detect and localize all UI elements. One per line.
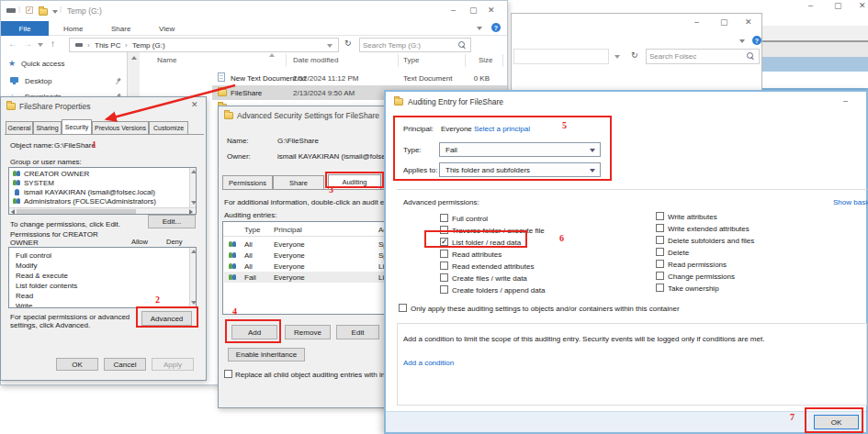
column-header-date[interactable]: Date modified <box>293 56 338 64</box>
permission-item[interactable]: List folder contents <box>16 282 77 290</box>
checkbox-read-permissions[interactable] <box>656 260 664 268</box>
close-icon[interactable]: ✕ <box>859 2 866 10</box>
scroll-up-icon[interactable] <box>131 56 137 60</box>
tab-customize[interactable]: Customize <box>149 121 188 134</box>
checkbox-traverse-folder[interactable] <box>440 226 448 234</box>
search-icon[interactable] <box>747 52 755 61</box>
advanced-button[interactable]: Advanced <box>141 311 192 326</box>
group-list-item[interactable]: SYSTEM <box>24 179 54 187</box>
search-icon[interactable] <box>458 41 467 50</box>
quick-access-dropdown-icon[interactable] <box>52 10 58 14</box>
history-dropdown-icon[interactable] <box>38 43 43 47</box>
tab-share[interactable]: Share <box>273 175 324 189</box>
checkbox-delete[interactable] <box>656 248 664 256</box>
address-dropdown-icon[interactable] <box>327 44 333 48</box>
tab-sharing[interactable]: Sharing <box>33 121 62 134</box>
checkbox-create-folders-append-data[interactable] <box>440 285 448 294</box>
checkbox-full-control[interactable] <box>440 214 448 222</box>
sidebar-item-desktop[interactable]: Desktop <box>25 77 51 85</box>
checkbox-read-extended-attributes[interactable] <box>440 262 448 270</box>
group-list-hscrollbar[interactable] <box>9 207 197 215</box>
breadcrumb-this-pc[interactable]: This PC <box>95 41 120 50</box>
permission-item[interactable]: Read <box>16 292 33 300</box>
checkbox-write-attributes[interactable] <box>656 212 664 220</box>
breadcrumb-folder[interactable]: Temp (G:) <box>132 41 165 50</box>
ok-button[interactable]: OK <box>814 415 859 429</box>
quick-access-toolbar-icon[interactable] <box>26 6 33 14</box>
remove-button[interactable]: Remove <box>285 325 331 339</box>
minimize-icon[interactable]: – <box>451 6 456 15</box>
group-user-listbox[interactable]: CREATOR OWNER SYSTEM ismail KAYAKIRAN (i… <box>8 167 197 215</box>
folder-icon[interactable] <box>39 8 48 16</box>
column-header-type[interactable]: Type <box>403 56 419 64</box>
close-icon[interactable]: ✕ <box>745 18 752 27</box>
checkbox-write-extended-attributes[interactable] <box>656 224 664 232</box>
edit-button[interactable]: Edit <box>336 325 379 339</box>
column-header-name[interactable]: Name <box>157 56 176 64</box>
forward-icon[interactable]: → <box>23 39 32 49</box>
tab-auditing[interactable]: Auditing <box>328 174 381 189</box>
close-icon[interactable]: ✕ <box>191 101 198 109</box>
minimize-icon[interactable]: – <box>808 2 813 10</box>
ok-button[interactable]: OK <box>56 358 98 371</box>
permission-item[interactable]: Read & execute <box>16 272 68 280</box>
file-row[interactable]: New Text Document.txt 2/12/2024 11:12 PM… <box>141 71 507 85</box>
group-list-item[interactable]: ismail KAYAKIRAN (ismail@folsec.local) <box>24 188 155 196</box>
address-bar[interactable] <box>513 49 609 64</box>
cancel-button[interactable]: Cancel <box>104 358 146 371</box>
tab-security[interactable]: Security <box>62 119 92 134</box>
sidebar-item-quick-access[interactable]: Quick access <box>21 60 65 68</box>
column-header-type[interactable]: Type <box>244 226 260 234</box>
select-principal-link[interactable]: Select a principal <box>474 125 530 133</box>
checkbox-list-folder-read-data[interactable] <box>440 238 448 246</box>
show-basic-permissions-link[interactable]: Show basic permissions <box>833 198 868 206</box>
up-icon[interactable]: ↑ <box>51 39 55 49</box>
permission-item[interactable]: Write <box>16 302 33 308</box>
restore-icon[interactable]: ▢ <box>834 2 842 10</box>
checkbox-read-attributes[interactable] <box>440 250 448 258</box>
group-list-vscrollbar[interactable] <box>189 168 197 207</box>
maximize-icon[interactable]: ▢ <box>720 18 728 27</box>
permissions-vscrollbar[interactable] <box>189 248 197 307</box>
tab-share[interactable]: Share <box>111 25 130 33</box>
applies-to-dropdown[interactable]: This folder and subfolders <box>439 162 601 177</box>
ribbon-collapse-icon[interactable] <box>739 39 745 43</box>
minimize-icon[interactable]: – <box>694 18 699 27</box>
help-icon[interactable]: ? <box>491 23 501 32</box>
help-icon[interactable]: ? <box>752 36 761 45</box>
tab-home[interactable]: Home <box>63 25 83 33</box>
address-dropdown-icon[interactable] <box>614 55 620 59</box>
edit-button[interactable]: Edit... <box>148 215 196 228</box>
column-header-principal[interactable]: Principal <box>274 226 302 234</box>
permissions-listbox[interactable]: Full control Modify Read & execute List … <box>8 247 197 308</box>
tab-view[interactable]: View <box>159 25 175 33</box>
tab-file[interactable]: File <box>1 21 49 36</box>
permission-item[interactable]: Modify <box>16 262 38 270</box>
maximize-icon[interactable]: ▢ <box>469 6 478 15</box>
tab-previous-versions[interactable]: Previous Versions <box>92 121 149 134</box>
ribbon-collapse-icon[interactable] <box>477 27 482 30</box>
checkbox-create-files-write-data[interactable] <box>440 273 448 282</box>
refresh-icon[interactable]: ↻ <box>631 50 638 60</box>
group-list-item[interactable]: CREATOR OWNER <box>24 170 89 178</box>
add-button[interactable]: Add <box>231 325 277 339</box>
search-input[interactable] <box>359 38 471 52</box>
refresh-icon[interactable]: ↻ <box>344 39 352 48</box>
close-icon[interactable]: ✕ <box>488 6 495 15</box>
checkbox-delete-subfolders-files[interactable] <box>656 236 664 244</box>
permission-item[interactable]: Full control <box>16 251 51 260</box>
add-condition-link[interactable]: Add a condition <box>403 359 454 367</box>
replace-child-auditing-checkbox[interactable] <box>224 370 232 378</box>
back-icon[interactable]: ← <box>8 39 17 49</box>
tab-permissions[interactable]: Permissions <box>222 175 273 189</box>
enable-inheritance-button[interactable]: Enable inheritance <box>228 348 305 362</box>
checkbox-change-permissions[interactable] <box>656 272 664 280</box>
type-dropdown[interactable]: Fail <box>439 142 601 157</box>
address-bar[interactable]: › This PC › Temp (G:) <box>69 38 339 52</box>
minimize-icon[interactable]: – <box>843 97 848 106</box>
tab-general[interactable]: General <box>6 121 33 134</box>
column-header-size[interactable]: Size <box>479 56 493 64</box>
group-list-item[interactable]: Administrators (FOLSEC\Administrators) <box>24 197 156 206</box>
only-apply-checkbox[interactable] <box>399 304 407 312</box>
checkbox-take-ownership[interactable] <box>656 284 664 292</box>
